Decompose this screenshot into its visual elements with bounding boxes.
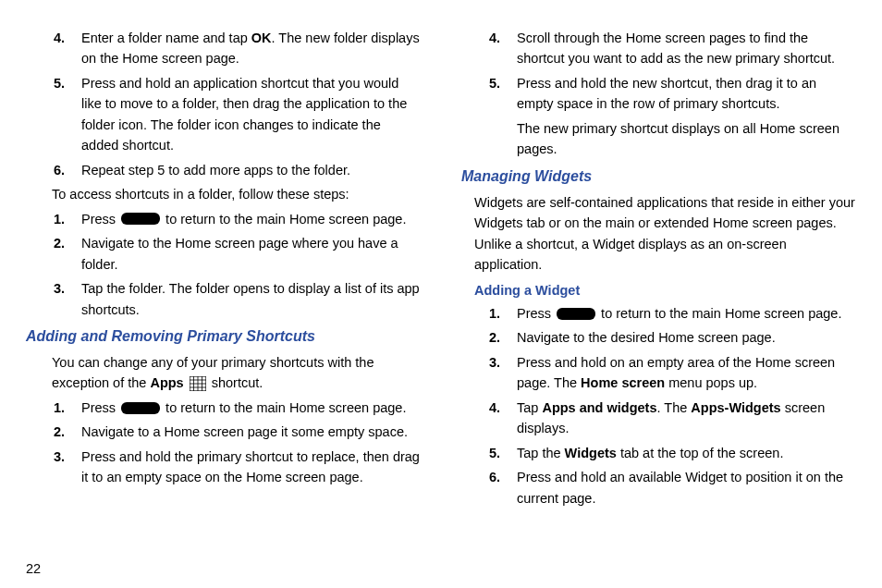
- step-text: Repeat step 5 to add more apps to the fo…: [81, 163, 350, 178]
- list-item: 1. Press to return to the main Home scre…: [54, 209, 421, 229]
- step-number: 5.: [489, 73, 500, 93]
- step-number: 4.: [489, 398, 500, 418]
- step-text: Press to return to the main Home screen …: [81, 400, 406, 415]
- step-number: 1.: [54, 209, 65, 229]
- list-item: 3. Tap the folder. The folder opens to d…: [54, 278, 421, 320]
- apps-grid-icon: [190, 376, 206, 391]
- step-text: Navigate to the Home screen page where y…: [81, 236, 398, 271]
- step-text: Scroll through the Home screen pages to …: [517, 31, 835, 66]
- continuation-text: The new primary shortcut displays on all…: [517, 118, 856, 160]
- list-item: 3. Press and hold on an empty area of th…: [489, 352, 856, 394]
- primary-intro: You can change any of your primary short…: [52, 352, 421, 394]
- step-text: Tap Apps and widgets. The Apps-Widgets s…: [517, 400, 825, 435]
- step-number: 1.: [54, 398, 65, 418]
- list-item: 6. Repeat step 5 to add more apps to the…: [54, 160, 421, 180]
- step-number: 6.: [489, 467, 500, 487]
- step-text: Press and hold on an empty area of the H…: [517, 355, 835, 390]
- step-text: Press to return to the main Home screen …: [81, 212, 406, 227]
- list-item: 1. Press to return to the main Home scre…: [489, 303, 856, 324]
- step-text: Press and hold an available Widget to po…: [517, 470, 843, 505]
- home-button-icon: [121, 213, 160, 225]
- list-item: 1. Press to return to the main Home scre…: [54, 398, 421, 418]
- two-column-layout: 4. Enter a folder name and tap OK. The n…: [26, 28, 856, 545]
- widget-steps-list: 1. Press to return to the main Home scre…: [489, 303, 856, 508]
- step-text: Navigate to the desired Home screen page…: [517, 330, 776, 345]
- heading-adding-widget: Adding a Widget: [474, 280, 856, 300]
- folder-steps-list: 4. Enter a folder name and tap OK. The n…: [54, 28, 421, 180]
- list-item: 6. Press and hold an available Widget to…: [489, 467, 856, 508]
- list-item: 3. Press and hold the primary shortcut t…: [54, 447, 421, 488]
- list-item: 4. Enter a folder name and tap OK. The n…: [54, 28, 421, 69]
- step-number: 3.: [54, 447, 65, 467]
- step-number: 5.: [489, 443, 500, 463]
- step-number: 2.: [489, 327, 500, 348]
- list-item: 4. Scroll through the Home screen pages …: [489, 28, 856, 69]
- list-item: 5. Tap the Widgets tab at the top of the…: [489, 443, 856, 463]
- list-item: 5. Press and hold the new shortcut, then…: [489, 73, 856, 115]
- step-number: 5.: [54, 73, 65, 93]
- step-text: Tap the Widgets tab at the top of the sc…: [517, 446, 783, 460]
- step-text: Press to return to the main Home screen …: [517, 306, 841, 321]
- list-item: 4. Tap Apps and widgets. The Apps-Widget…: [489, 398, 856, 439]
- step-number: 6.: [54, 160, 65, 180]
- step-text: Press and hold the new shortcut, then dr…: [517, 76, 816, 111]
- home-button-icon: [121, 402, 160, 414]
- left-column: 4. Enter a folder name and tap OK. The n…: [26, 28, 421, 545]
- list-item: 2. Navigate to the desired Home screen p…: [489, 327, 856, 348]
- step-number: 2.: [54, 233, 65, 253]
- access-steps-list: 1. Press to return to the main Home scre…: [54, 209, 421, 320]
- page-number: 22: [26, 558, 856, 579]
- step-text: Enter a folder name and tap OK. The new …: [81, 31, 420, 66]
- step-number: 2.: [54, 422, 65, 442]
- step-text: Tap the folder. The folder opens to disp…: [81, 281, 420, 316]
- step-number: 4.: [54, 28, 65, 48]
- step-text: Press and hold an application shortcut t…: [81, 76, 407, 153]
- list-item: 5. Press and hold an application shortcu…: [54, 73, 421, 156]
- step-number: 1.: [489, 303, 500, 324]
- primary-steps-cont-list: 4. Scroll through the Home screen pages …: [489, 28, 856, 115]
- access-intro: To access shortcuts in a folder, follow …: [52, 184, 421, 204]
- step-number: 4.: [489, 28, 500, 48]
- primary-steps-list: 1. Press to return to the main Home scre…: [54, 398, 421, 488]
- heading-primary-shortcuts: Adding and Removing Primary Shortcuts: [26, 325, 421, 349]
- step-text: Press and hold the primary shortcut to r…: [81, 449, 420, 484]
- heading-managing-widgets: Managing Widgets: [461, 165, 856, 189]
- widgets-intro: Widgets are self-contained applications …: [474, 192, 856, 276]
- step-text: Navigate to a Home screen page it some e…: [81, 424, 408, 439]
- list-item: 2. Navigate to a Home screen page it som…: [54, 422, 421, 442]
- home-button-icon: [557, 308, 595, 320]
- step-number: 3.: [489, 352, 500, 373]
- list-item: 2. Navigate to the Home screen page wher…: [54, 233, 421, 275]
- step-number: 3.: [54, 278, 65, 299]
- right-column: 4. Scroll through the Home screen pages …: [461, 28, 856, 545]
